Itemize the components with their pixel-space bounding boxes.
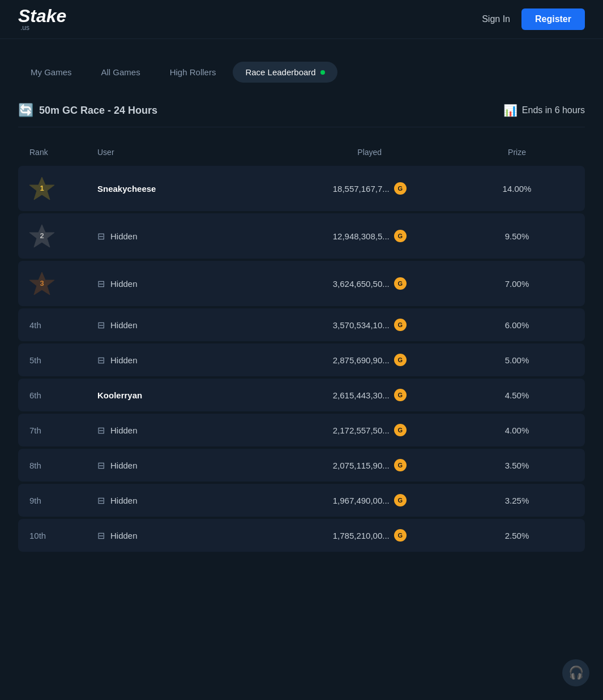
prize-value: 9.50% [505,231,529,241]
prize-cell: 4.00% [460,426,574,435]
rank-text: 10th [29,531,46,540]
tab-race-leaderboard[interactable]: Race Leaderboard [233,62,337,83]
played-cell: 12,948,308,5... G [279,230,461,242]
table-row: 8th ⊟ Hidden 2,075,115,90... G 3.50% [18,449,585,482]
prize-value: 4.50% [505,390,529,400]
rank-text: 6th [29,390,41,400]
prize-value: 7.00% [505,279,529,289]
table-row: 1 Sneakycheese 18,557,167,7... G 14.00% [18,166,585,211]
support-button[interactable]: 🎧 [562,659,589,686]
race-icon: 🔄 [18,103,33,118]
user-cell: ⊟ Hidden [97,278,279,289]
hidden-icon: ⊟ [97,530,105,541]
rank-badge-1: 1 [29,176,54,201]
rank-text: 4th [29,320,41,330]
race-header: 🔄 50m GC Race - 24 Hours 📊 Ends in 6 hou… [18,103,585,127]
username: Hidden [110,426,138,435]
logo: Stake .us [18,7,66,32]
prize-cell: 7.00% [460,279,574,289]
gc-badge: G [394,529,407,542]
played-cell: 3,570,534,10... G [279,319,461,331]
header-actions: Sign In Register [482,8,585,30]
username: Hidden [110,531,138,540]
rank-text: 7th [29,426,41,435]
rank-cell: 2 [29,224,97,248]
played-value: 1,785,210,00... [333,531,390,540]
leaderboard-table: Rank User Played Prize 1 Sneakycheese 18… [18,141,585,552]
rank-text: 8th [29,461,41,470]
tab-my-games[interactable]: My Games [18,62,84,83]
played-value: 18,557,167,7... [333,184,390,194]
rank-cell: 4th [29,320,97,330]
gc-badge: G [394,182,407,195]
race-ends-text: Ends in 6 hours [522,105,585,115]
rank-cell: 3 [29,271,97,296]
hidden-icon: ⊟ [97,425,105,436]
logo-main: Stake [18,7,66,25]
played-cell: 1,967,490,00... G [279,494,461,506]
prize-value: 5.00% [505,355,529,365]
main-content: My Games All Games High Rollers Race Lea… [0,39,603,572]
rank-badge-3: 3 [29,271,54,296]
header: Stake .us Sign In Register [0,0,603,39]
played-value: 2,075,115,90... [333,461,390,470]
prize-value: 6.00% [505,320,529,330]
username: Hidden [110,496,138,505]
user-cell: Sneakycheese [97,184,279,194]
prize-cell: 14.00% [460,184,574,194]
prize-value: 2.50% [505,531,529,540]
table-row: 10th ⊟ Hidden 1,785,210,00... G 2.50% [18,519,585,552]
user-cell: ⊟ Hidden [97,355,279,366]
user-cell: ⊟ Hidden [97,460,279,471]
svg-text:3: 3 [40,279,44,287]
hidden-icon: ⊟ [97,460,105,471]
prize-cell: 3.25% [460,496,574,505]
user-cell: ⊟ Hidden [97,495,279,506]
svg-text:2: 2 [40,231,44,240]
prize-cell: 5.00% [460,355,574,365]
col-user-header: User [97,148,279,157]
col-rank-header: Rank [29,148,97,157]
svg-text:1: 1 [40,184,44,192]
table-row: 3 ⊟ Hidden 3,624,650,50... G 7.00% [18,261,585,306]
gc-badge: G [394,319,407,331]
register-button[interactable]: Register [521,8,585,30]
rank-cell: 8th [29,461,97,470]
race-title-text: 50m GC Race - 24 Hours [39,105,157,117]
username: Hidden [110,461,138,470]
user-cell: ⊟ Hidden [97,530,279,541]
prize-cell: 2.50% [460,531,574,540]
played-value: 3,624,650,50... [333,279,390,289]
sign-in-button[interactable]: Sign In [482,14,510,24]
prize-cell: 9.50% [460,231,574,241]
gc-badge: G [394,230,407,242]
tab-all-games[interactable]: All Games [89,62,153,83]
user-cell: ⊟ Hidden [97,320,279,330]
table-row: 7th ⊟ Hidden 2,172,557,50... G 4.00% [18,414,585,446]
table-row: 6th Koolerryan 2,615,443,30... G 4.50% [18,379,585,411]
played-cell: 2,075,115,90... G [279,459,461,471]
prize-value: 4.00% [505,426,529,435]
hidden-icon: ⊟ [97,231,105,242]
prize-cell: 4.50% [460,390,574,400]
table-row: 5th ⊟ Hidden 2,875,690,90... G 5.00% [18,343,585,376]
played-cell: 2,875,690,90... G [279,354,461,366]
logo-sub: .us [20,24,29,32]
active-dot-icon [320,70,325,75]
username: Koolerryan [97,390,142,400]
tab-high-rollers[interactable]: High Rollers [157,62,229,83]
played-value: 2,875,690,90... [333,355,390,365]
hidden-icon: ⊟ [97,495,105,506]
played-cell: 18,557,167,7... G [279,182,461,195]
gc-badge: G [394,354,407,366]
rank-cell: 1 [29,176,97,201]
user-cell: ⊟ Hidden [97,231,279,242]
rank-cell: 7th [29,426,97,435]
played-value: 12,948,308,5... [333,231,390,241]
username: Hidden [110,231,138,241]
table-header: Rank User Played Prize [18,141,585,164]
rank-text: 5th [29,355,41,365]
username: Hidden [110,320,138,330]
played-value: 1,967,490,00... [333,496,390,505]
rank-cell: 6th [29,390,97,400]
